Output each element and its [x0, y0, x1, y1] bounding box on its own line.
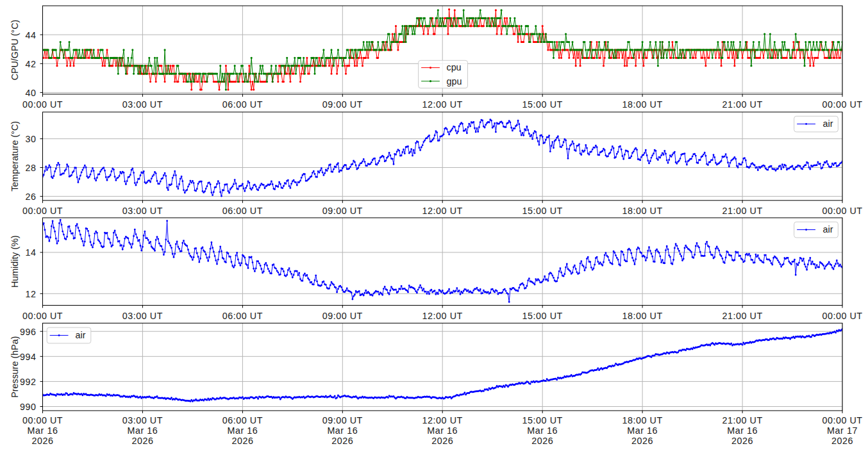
svg-text:18:00 UT: 18:00 UT [622, 311, 662, 321]
svg-text:2026: 2026 [131, 436, 153, 446]
svg-text:00:00 UT: 00:00 UT [22, 99, 63, 110]
svg-text:09:00 UT: 09:00 UT [322, 206, 363, 216]
svg-text:2026: 2026 [531, 436, 553, 446]
svg-text:00:00 UT: 00:00 UT [822, 206, 862, 216]
svg-text:00:00 UT: 00:00 UT [22, 415, 63, 425]
svg-text:12:00 UT: 12:00 UT [422, 415, 463, 425]
svg-text:air: air [823, 119, 833, 129]
svg-text:03:00 UT: 03:00 UT [122, 99, 163, 110]
svg-text:Pressure (hPa): Pressure (hPa) [10, 336, 20, 398]
svg-text:30: 30 [25, 134, 36, 144]
svg-text:15:00 UT: 15:00 UT [522, 415, 563, 425]
svg-text:15:00 UT: 15:00 UT [522, 311, 563, 321]
svg-text:06:00 UT: 06:00 UT [222, 99, 263, 110]
svg-text:2026: 2026 [831, 436, 853, 446]
svg-text:12:00 UT: 12:00 UT [422, 311, 463, 321]
svg-text:18:00 UT: 18:00 UT [622, 99, 662, 110]
svg-text:12:00 UT: 12:00 UT [422, 99, 463, 110]
svg-text:18:00 UT: 18:00 UT [622, 206, 662, 216]
svg-text:21:00 UT: 21:00 UT [722, 415, 762, 425]
svg-text:42: 42 [25, 59, 36, 69]
svg-text:2026: 2026 [431, 436, 453, 446]
svg-text:03:00 UT: 03:00 UT [122, 206, 163, 216]
svg-text:28: 28 [25, 163, 36, 173]
svg-text:09:00 UT: 09:00 UT [322, 311, 363, 321]
svg-text:00:00 UT: 00:00 UT [22, 311, 63, 321]
svg-text:cpu: cpu [447, 62, 462, 72]
svg-text:2026: 2026 [731, 436, 753, 446]
svg-text:Mar 17: Mar 17 [827, 425, 858, 436]
svg-text:18:00 UT: 18:00 UT [622, 415, 662, 425]
svg-text:2026: 2026 [231, 436, 253, 446]
svg-text:15:00 UT: 15:00 UT [522, 99, 563, 110]
svg-text:Humidity (%): Humidity (%) [10, 235, 20, 288]
svg-text:Mar 16: Mar 16 [128, 425, 158, 436]
svg-text:air: air [76, 330, 86, 340]
svg-text:2026: 2026 [631, 436, 653, 446]
svg-text:Temperature (°C): Temperature (°C) [10, 121, 20, 192]
svg-text:00:00 UT: 00:00 UT [22, 206, 63, 216]
svg-text:996: 996 [20, 327, 37, 337]
svg-text:Mar 16: Mar 16 [727, 425, 758, 436]
svg-text:40: 40 [25, 88, 36, 98]
svg-text:00:00 UT: 00:00 UT [822, 415, 862, 425]
svg-text:21:00 UT: 21:00 UT [722, 99, 762, 110]
svg-text:09:00 UT: 09:00 UT [322, 415, 363, 425]
svg-text:03:00 UT: 03:00 UT [122, 311, 163, 321]
svg-text:12:00 UT: 12:00 UT [422, 206, 463, 216]
svg-text:992: 992 [20, 377, 37, 387]
svg-text:2026: 2026 [331, 436, 353, 446]
svg-text:gpu: gpu [447, 76, 462, 86]
svg-text:Mar 16: Mar 16 [427, 425, 458, 436]
svg-text:21:00 UT: 21:00 UT [722, 206, 762, 216]
svg-text:00:00 UT: 00:00 UT [822, 99, 862, 110]
svg-text:12: 12 [25, 289, 36, 299]
svg-text:00:00 UT: 00:00 UT [822, 311, 862, 321]
svg-text:15:00 UT: 15:00 UT [522, 206, 563, 216]
svg-text:03:00 UT: 03:00 UT [122, 415, 163, 425]
svg-text:990: 990 [20, 402, 37, 412]
svg-text:44: 44 [25, 30, 36, 40]
svg-text:CPU/GPU (°C): CPU/GPU (°C) [10, 20, 20, 81]
svg-text:Mar 16: Mar 16 [327, 425, 358, 436]
svg-text:Mar 16: Mar 16 [627, 425, 658, 436]
svg-text:Mar 16: Mar 16 [228, 425, 258, 436]
svg-text:Mar 16: Mar 16 [28, 425, 58, 436]
svg-text:06:00 UT: 06:00 UT [222, 311, 263, 321]
svg-text:09:00 UT: 09:00 UT [322, 99, 363, 110]
svg-text:994: 994 [20, 352, 37, 362]
svg-text:14: 14 [25, 247, 36, 258]
svg-text:2026: 2026 [31, 436, 53, 446]
svg-text:Mar 16: Mar 16 [527, 425, 558, 436]
svg-text:air: air [823, 224, 833, 235]
svg-text:06:00 UT: 06:00 UT [222, 206, 263, 216]
svg-text:21:00 UT: 21:00 UT [722, 311, 762, 321]
svg-text:26: 26 [25, 192, 36, 202]
svg-text:06:00 UT: 06:00 UT [222, 415, 263, 425]
